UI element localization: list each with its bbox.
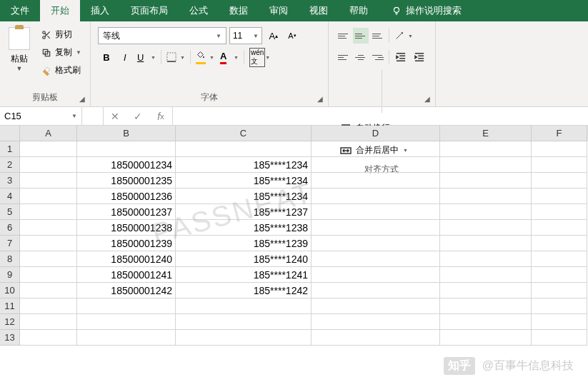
cell[interactable]: [20, 298, 77, 314]
cell[interactable]: [532, 298, 587, 314]
cell[interactable]: [532, 330, 587, 346]
underline-button[interactable]: U▼: [135, 49, 158, 66]
row-header[interactable]: 11: [0, 298, 20, 314]
cell[interactable]: [440, 141, 532, 157]
cell[interactable]: 185****1242: [176, 283, 312, 298]
cell[interactable]: [312, 298, 440, 314]
row-header[interactable]: 6: [0, 220, 20, 236]
cell[interactable]: [20, 283, 77, 298]
col-header-F[interactable]: F: [532, 126, 587, 141]
copy-button[interactable]: 复制 ▼: [40, 45, 83, 60]
select-all-corner[interactable]: [0, 126, 20, 141]
row-header[interactable]: 8: [0, 251, 20, 267]
insert-function-button[interactable]: fx: [149, 111, 172, 122]
cell[interactable]: [532, 204, 587, 220]
cell[interactable]: [20, 204, 77, 220]
cell[interactable]: [532, 141, 587, 157]
cell[interactable]: [532, 189, 587, 204]
cell[interactable]: [440, 283, 532, 298]
cell[interactable]: [312, 236, 440, 251]
cell[interactable]: [77, 141, 176, 157]
cell[interactable]: [312, 267, 440, 283]
cell[interactable]: [532, 236, 587, 251]
cell[interactable]: [312, 189, 440, 204]
increase-indent-button[interactable]: [411, 49, 428, 66]
cell[interactable]: [532, 267, 587, 283]
row-header[interactable]: 10: [0, 283, 20, 298]
cell[interactable]: 185****1234: [176, 173, 312, 189]
row-header[interactable]: 1: [0, 141, 20, 157]
cell[interactable]: [176, 314, 312, 330]
row-header[interactable]: 12: [0, 314, 20, 330]
row-header[interactable]: 4: [0, 189, 20, 204]
cell[interactable]: [20, 236, 77, 251]
cell[interactable]: 185****1237: [176, 204, 312, 220]
cell[interactable]: [312, 173, 440, 189]
cell[interactable]: 18500001236: [77, 189, 176, 204]
cell[interactable]: [440, 298, 532, 314]
cell[interactable]: [20, 189, 77, 204]
cut-button[interactable]: 剪切: [40, 27, 83, 42]
tab-review[interactable]: 审阅: [259, 0, 299, 21]
font-color-button[interactable]: A ▼: [218, 49, 241, 66]
row-header[interactable]: 5: [0, 204, 20, 220]
alignment-launcher[interactable]: ◢: [422, 94, 432, 104]
cell[interactable]: [312, 204, 440, 220]
tab-data[interactable]: 数据: [219, 0, 259, 21]
tell-me-search[interactable]: 操作说明搜索: [384, 0, 469, 21]
cell[interactable]: 185****1234: [176, 189, 312, 204]
tab-home[interactable]: 开始: [40, 0, 80, 21]
col-header-C[interactable]: C: [176, 126, 312, 141]
row-header[interactable]: 9: [0, 267, 20, 283]
col-header-B[interactable]: B: [77, 126, 176, 141]
cell[interactable]: [440, 251, 532, 267]
cell[interactable]: [20, 141, 77, 157]
cell[interactable]: 18500001237: [77, 204, 176, 220]
tab-insert[interactable]: 插入: [80, 0, 120, 21]
tab-page-layout[interactable]: 页面布局: [120, 0, 179, 21]
paste-button[interactable]: 粘贴 ▼: [4, 24, 34, 72]
cell[interactable]: 18500001235: [77, 173, 176, 189]
increase-font-button[interactable]: A▴: [265, 27, 282, 44]
row-header[interactable]: 3: [0, 173, 20, 189]
cell[interactable]: 18500001242: [77, 283, 176, 298]
cell[interactable]: [440, 204, 532, 220]
cell[interactable]: [176, 141, 312, 157]
col-header-A[interactable]: A: [20, 126, 77, 141]
cell[interactable]: [440, 220, 532, 236]
cell[interactable]: [440, 173, 532, 189]
row-header[interactable]: 13: [0, 330, 20, 346]
cell[interactable]: [77, 314, 176, 330]
tab-view[interactable]: 视图: [299, 0, 339, 21]
cell[interactable]: [312, 330, 440, 346]
cell[interactable]: [20, 220, 77, 236]
cell[interactable]: [20, 330, 77, 346]
cell[interactable]: [440, 189, 532, 204]
format-painter-button[interactable]: 格式刷: [40, 63, 83, 78]
decrease-indent-button[interactable]: [392, 49, 409, 66]
tab-formulas[interactable]: 公式: [179, 0, 219, 21]
phonetic-button[interactable]: wén文 ▼: [247, 49, 270, 66]
cell[interactable]: [532, 283, 587, 298]
border-button[interactable]: ▼: [164, 49, 187, 66]
tab-file[interactable]: 文件: [0, 0, 40, 21]
cell[interactable]: [532, 220, 587, 236]
cell[interactable]: [20, 173, 77, 189]
clipboard-launcher[interactable]: ◢: [77, 94, 87, 104]
col-header-D[interactable]: D: [312, 126, 440, 141]
cell[interactable]: [312, 283, 440, 298]
cell[interactable]: [77, 298, 176, 314]
cell[interactable]: [312, 157, 440, 173]
italic-button[interactable]: I: [116, 49, 134, 66]
align-bottom-button[interactable]: [370, 28, 386, 44]
cell[interactable]: [440, 157, 532, 173]
cell[interactable]: [312, 141, 440, 157]
align-left-button[interactable]: [336, 49, 352, 65]
cell[interactable]: [176, 298, 312, 314]
cell[interactable]: [532, 251, 587, 267]
cell[interactable]: [440, 236, 532, 251]
cell[interactable]: 185****1234: [176, 157, 312, 173]
cell[interactable]: [312, 220, 440, 236]
cell[interactable]: 185****1238: [176, 220, 312, 236]
cell[interactable]: [20, 314, 77, 330]
